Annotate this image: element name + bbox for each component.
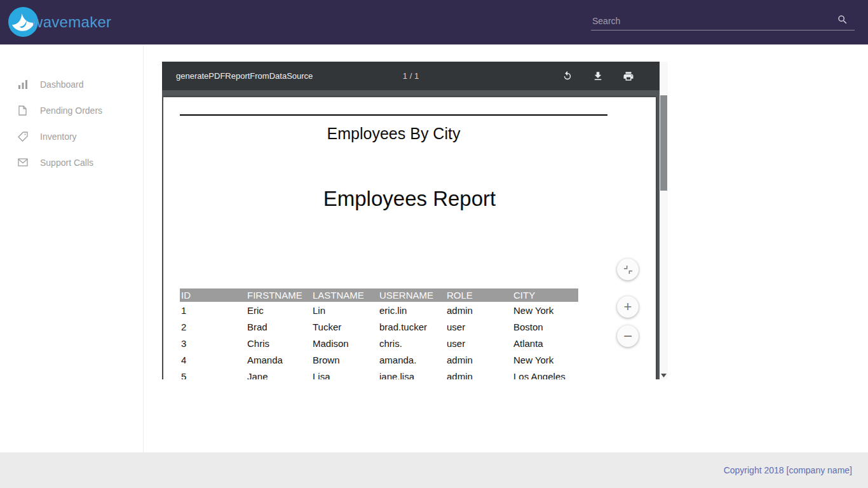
table-cell: Madison bbox=[311, 335, 378, 351]
table-cell: brad.tucker bbox=[378, 318, 445, 335]
table-cell: 4 bbox=[180, 351, 246, 368]
table-cell: Los Angeles bbox=[512, 368, 578, 379]
main-content: generatePDFReportFromDataSource 1 / 1 bbox=[144, 44, 868, 452]
mail-icon bbox=[18, 157, 29, 168]
column-header: CITY bbox=[512, 288, 578, 302]
table-cell: Tucker bbox=[311, 318, 378, 335]
column-header: FIRSTNAME bbox=[246, 288, 311, 302]
search-input[interactable] bbox=[591, 16, 832, 26]
table-cell: 2 bbox=[180, 318, 246, 335]
top-navbar: wavemaker bbox=[0, 0, 868, 44]
table-cell: New York bbox=[512, 351, 578, 368]
brand-name: wavemaker bbox=[32, 13, 111, 31]
sidebar-item-inventory[interactable]: Inventory bbox=[0, 123, 143, 149]
document-icon bbox=[18, 105, 29, 116]
table-cell: Jane bbox=[246, 368, 311, 379]
table-cell: eric.lin bbox=[378, 302, 445, 318]
table-cell: Atlanta bbox=[512, 335, 578, 351]
table-cell: chris. bbox=[378, 335, 445, 351]
table-cell: user bbox=[445, 335, 512, 351]
sidebar-item-label: Support Calls bbox=[40, 158, 93, 167]
table-row: 3ChrisMadisonchris.userAtlanta bbox=[180, 335, 578, 351]
pdf-scrollbar-track[interactable] bbox=[660, 62, 668, 379]
table-cell: jane.lisa bbox=[378, 368, 445, 379]
table-cell: New York bbox=[512, 302, 578, 318]
pdf-page: Employees By City Employees Report IDFIR… bbox=[163, 97, 656, 379]
fit-to-page-icon bbox=[623, 265, 633, 274]
table-cell: Amanda bbox=[246, 351, 311, 368]
bar-chart-icon bbox=[18, 79, 29, 90]
sidebar-item-dashboard[interactable]: Dashboard bbox=[0, 71, 143, 97]
scroll-down-arrow-icon[interactable] bbox=[660, 374, 668, 377]
rotate-icon[interactable] bbox=[562, 71, 573, 82]
app-window: wavemaker DashboardPending OrdersInvento… bbox=[0, 0, 868, 488]
copyright-text: Copyright 2018 [company name] bbox=[724, 465, 852, 475]
table-cell: user bbox=[445, 318, 512, 335]
sidebar-item-label: Inventory bbox=[40, 132, 77, 141]
search-field bbox=[591, 11, 855, 30]
zoom-in-button[interactable]: + bbox=[617, 296, 639, 318]
table-cell: Brown bbox=[311, 351, 378, 368]
column-header: ID bbox=[180, 288, 246, 302]
table-cell: Brad bbox=[246, 318, 311, 335]
table-cell: 1 bbox=[180, 302, 246, 318]
tag-icon bbox=[18, 131, 29, 142]
brand-logo[interactable]: wavemaker bbox=[8, 7, 111, 37]
sidebar-menu: DashboardPending OrdersInventorySupport … bbox=[0, 71, 143, 175]
sidebar-item-support-calls[interactable]: Support Calls bbox=[0, 149, 143, 175]
page-footer: Copyright 2018 [company name] bbox=[0, 452, 868, 488]
table-cell: amanda. bbox=[378, 351, 445, 368]
table-cell: Boston bbox=[512, 318, 578, 335]
search-icon[interactable] bbox=[837, 14, 848, 25]
pdf-page-area: Employees By City Employees Report IDFIR… bbox=[162, 90, 660, 379]
table-cell: Lisa bbox=[311, 368, 378, 379]
table-cell: 3 bbox=[180, 335, 246, 351]
pdf-document-title: generatePDFReportFromDataSource bbox=[176, 71, 313, 81]
table-cell: admin bbox=[445, 302, 512, 318]
fit-to-page-button[interactable] bbox=[617, 259, 639, 280]
table-cell: Chris bbox=[246, 335, 311, 351]
table-row: 2BradTuckerbrad.tuckeruserBoston bbox=[180, 318, 578, 335]
zoom-out-button[interactable]: − bbox=[617, 325, 639, 347]
report-table-body: 1EricLineric.linadminNew York2BradTucker… bbox=[180, 302, 578, 379]
column-header: ROLE bbox=[445, 288, 512, 302]
sidebar-nav: DashboardPending OrdersInventorySupport … bbox=[0, 44, 144, 452]
employees-table: IDFIRSTNAMELASTNAMEUSERNAMEROLECITY 1Eri… bbox=[180, 288, 578, 379]
table-cell: Eric bbox=[246, 302, 311, 318]
pdf-scrollbar-thumb[interactable] bbox=[660, 95, 667, 191]
pdf-toolbar: generatePDFReportFromDataSource 1 / 1 bbox=[162, 62, 660, 90]
table-cell: admin bbox=[445, 351, 512, 368]
pdf-viewer: generatePDFReportFromDataSource 1 / 1 bbox=[162, 62, 668, 379]
column-header: LASTNAME bbox=[311, 288, 378, 302]
table-cell: Lin bbox=[311, 302, 378, 318]
print-icon[interactable] bbox=[623, 71, 634, 82]
document-title: Employees Report bbox=[163, 187, 656, 211]
document-rule bbox=[180, 114, 607, 116]
column-header: USERNAME bbox=[378, 288, 445, 302]
table-row: 4AmandaBrownamanda.adminNew York bbox=[180, 351, 578, 368]
report-table-head-row: IDFIRSTNAMELASTNAMEUSERNAMEROLECITY bbox=[180, 288, 578, 302]
sidebar-item-pending-orders[interactable]: Pending Orders bbox=[0, 97, 143, 123]
table-row: 5JaneLisajane.lisaadminLos Angeles bbox=[180, 368, 578, 379]
table-row: 1EricLineric.linadminNew York bbox=[180, 302, 578, 318]
download-icon[interactable] bbox=[592, 71, 604, 82]
sidebar-item-label: Pending Orders bbox=[40, 106, 102, 115]
sidebar-item-label: Dashboard bbox=[40, 80, 84, 89]
document-subtitle: Employees By City bbox=[180, 125, 607, 143]
table-cell: admin bbox=[445, 368, 512, 379]
table-cell: 5 bbox=[180, 368, 246, 379]
